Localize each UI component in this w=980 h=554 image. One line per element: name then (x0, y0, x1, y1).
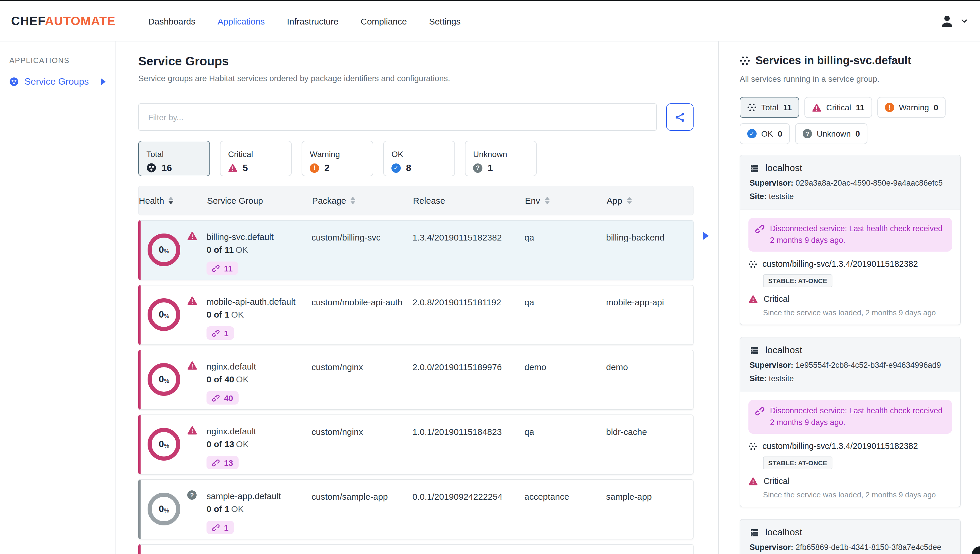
panel-filter-count: 0 (856, 129, 860, 138)
sort-arrows-icon[interactable] (351, 197, 356, 204)
page-subtitle: Service groups are Habitat services orde… (138, 73, 694, 83)
alert-text: Disconnected service: Last health check … (770, 223, 946, 246)
sort-arrows-icon[interactable] (545, 197, 549, 204)
release-cell: 0.0.1/20190924222254 (412, 480, 524, 539)
column-header-label: Env (525, 196, 540, 206)
panel-filter-button[interactable]: ! ✓ ? Warning 0 (877, 97, 946, 118)
service-card[interactable]: localhost Supervisor: 1e95554f-2cb8-4c52… (740, 337, 961, 507)
status-filter-card[interactable]: Critical ! ✓ ? 5 (220, 140, 292, 176)
service-card-body: Disconnected service: Last health check … (740, 392, 960, 507)
table-row[interactable]: 0 % ? nginx.default 0 of 13OK (138, 415, 694, 474)
status-filter-label: Unknown (473, 149, 536, 158)
release-cell: 1.0.1/20190115184823 (412, 415, 524, 474)
ok-icon: ✓ (391, 163, 401, 172)
service-group-cell: nginx.default 0 of 13OK 13 (207, 415, 312, 474)
broken-link-icon (212, 394, 220, 402)
services-icon (748, 260, 757, 268)
service-card[interactable]: localhost Supervisor: 029a3a8a-20ac-4590… (740, 155, 961, 325)
service-package: custom/billing-svc/1.3.4/20190115182382 (748, 259, 952, 270)
share-button[interactable] (666, 103, 694, 131)
nav-item[interactable]: Applications (218, 16, 265, 26)
table-row-partial[interactable] (138, 544, 694, 554)
filter-input[interactable] (138, 103, 657, 131)
disconnected-count-badge[interactable]: 1 (207, 521, 234, 535)
release-cell: 1.3.4/20190115182382 (412, 221, 524, 279)
health-donut: 0 % (148, 493, 180, 525)
chef-automate-logo[interactable]: CHEFAUTOMATE (11, 14, 116, 28)
status-filter-card[interactable]: Warning ! ✓ ? 2 (302, 140, 373, 176)
app-cell: demo (606, 350, 693, 409)
panel-filter-button[interactable]: ! ✓ ? Total 11 (740, 97, 799, 118)
panel-filter-button[interactable]: ! ✓ ? Critical 11 (805, 97, 872, 118)
panel-title: Services in billing-svc.default (740, 54, 961, 68)
main-content: Service Groups Service groups are Habita… (116, 42, 718, 554)
table-row[interactable]: 0 % ? billing-svc.default 0 of 11OK (138, 220, 694, 280)
host-name: localhost (765, 162, 802, 174)
column-header[interactable]: Service Group (207, 196, 312, 206)
broken-link-icon (755, 224, 765, 234)
sort-arrows-icon[interactable] (627, 197, 632, 204)
panel-filter-label: OK (761, 129, 773, 138)
disconnected-count: 1 (224, 523, 229, 532)
column-header-label: Release (413, 196, 445, 206)
app-cell: bldr-cache (606, 415, 693, 474)
table-row[interactable]: 0 % ? sample-app.default 0 of 1OK (138, 479, 694, 540)
package-cell: custom/mobile-api-auth (312, 286, 412, 345)
nav-item[interactable]: Settings (429, 16, 461, 26)
column-header[interactable]: App (607, 196, 693, 206)
critical-icon (187, 296, 197, 305)
service-card-list: localhost Supervisor: 029a3a8a-20ac-4590… (740, 155, 961, 554)
disconnected-count-badge[interactable]: 40 (207, 391, 238, 405)
disconnected-count-badge[interactable]: 13 (207, 456, 238, 469)
table-header: Health Service Group Package Release Env (138, 186, 694, 216)
sidebar-item-service-groups[interactable]: Service Groups (10, 77, 115, 87)
package-cell: custom/nginx (312, 350, 412, 409)
service-card-header: localhost Supervisor: 029a3a8a-20ac-4590… (740, 155, 960, 210)
service-card[interactable]: localhost Supervisor: 2fb65869-de1b-4341… (740, 519, 961, 554)
nav-item[interactable]: Dashboards (148, 16, 196, 26)
status-filter-card[interactable]: Unknown ! ✓ ? 1 (465, 140, 537, 176)
table-row[interactable]: 0 % ? nginx.default 0 of 40OK (138, 350, 694, 410)
column-header[interactable]: Release (413, 196, 525, 206)
column-header-label: App (607, 196, 622, 206)
package-cell: custom/billing-svc (312, 221, 412, 279)
user-menu[interactable] (939, 13, 968, 29)
critical-icon (187, 361, 197, 370)
health-donut: 0 % (148, 298, 180, 331)
status-filter-card[interactable]: OK ! ✓ ? 8 (383, 140, 455, 176)
broken-link-icon (212, 459, 220, 467)
user-icon (939, 13, 955, 29)
column-header[interactable]: Health (139, 196, 207, 206)
health-donut: 0 % (148, 363, 180, 396)
site-line: Site: testsite (749, 192, 951, 202)
status-filter-count: 5 (243, 163, 248, 173)
selected-row-caret-icon (703, 232, 709, 240)
disconnected-count: 13 (224, 458, 233, 468)
panel-filter-button[interactable]: ! ✓ ? OK 0 (740, 123, 790, 144)
column-header-label: Health (139, 196, 164, 206)
table-row[interactable]: 0 % ? mobile-api-auth.default 0 of 1OK (138, 285, 694, 345)
broken-link-icon (212, 265, 220, 273)
column-header[interactable]: Package (312, 196, 413, 206)
ok-summary: 0 of 1OK (207, 310, 305, 319)
panel-filter-label: Critical (826, 103, 851, 112)
panel-filter-count: 0 (778, 129, 782, 138)
service-since-text: Since the service was loaded, 2 months 9… (763, 308, 952, 318)
status-filter-count: 1 (488, 163, 493, 173)
services-icon (748, 442, 757, 451)
column-header[interactable]: Env (525, 196, 607, 206)
service-health: Critical (748, 476, 952, 487)
env-cell: qa (524, 415, 606, 474)
nav-item[interactable]: Compliance (361, 16, 407, 26)
service-card-header: localhost Supervisor: 2fb65869-de1b-4341… (740, 520, 960, 554)
nav-item[interactable]: Infrastructure (287, 16, 339, 26)
server-icon (749, 163, 759, 173)
sort-arrows-icon[interactable] (169, 197, 173, 204)
disconnected-count-badge[interactable]: 11 (207, 262, 238, 275)
host-name: localhost (765, 345, 802, 356)
panel-filter-button[interactable]: ! ✓ ? Unknown 0 (795, 123, 867, 144)
disconnected-count-badge[interactable]: 1 (207, 327, 234, 340)
status-filter-card[interactable]: Total ! ✓ ? 16 (138, 140, 210, 176)
service-package: custom/billing-svc/1.3.4/20190115182382 (748, 441, 952, 452)
app-cell: sample-app (606, 480, 693, 539)
